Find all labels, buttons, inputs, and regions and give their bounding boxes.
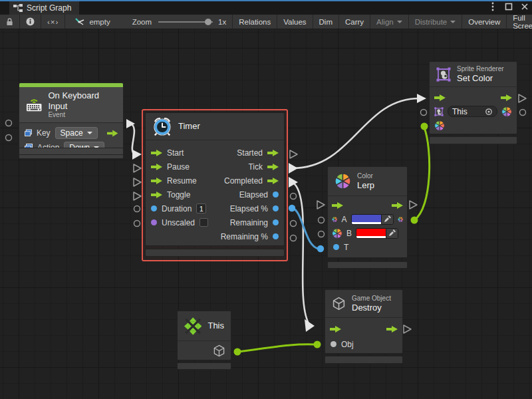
value-port-dot[interactable] bbox=[273, 192, 279, 198]
sprite-renderer-icon[interactable] bbox=[434, 107, 444, 116]
align-button[interactable]: Align bbox=[370, 15, 409, 29]
timer-port-start[interactable]: Start bbox=[146, 146, 213, 160]
flow-output-port[interactable] bbox=[501, 94, 512, 101]
value-port-dot[interactable] bbox=[151, 205, 157, 211]
port-lerp-t[interactable] bbox=[317, 245, 324, 252]
value-port-dot[interactable] bbox=[273, 219, 279, 225]
timer-port-duration[interactable]: Duration 1 bbox=[146, 201, 213, 215]
node-footer[interactable] bbox=[145, 249, 285, 257]
port-setcolor-flow-in[interactable] bbox=[417, 94, 426, 103]
port-keyboard-key[interactable] bbox=[6, 120, 12, 126]
port-lerp-flow-in[interactable] bbox=[317, 201, 325, 209]
window-menu-icon[interactable] bbox=[488, 2, 497, 11]
port-lerp-result[interactable] bbox=[411, 217, 418, 224]
zoom-slider[interactable] bbox=[158, 21, 213, 23]
color-a-field[interactable] bbox=[351, 214, 394, 225]
distribute-button[interactable]: Distribute bbox=[409, 15, 463, 29]
port-timer-completed[interactable] bbox=[289, 177, 298, 188]
port-timer-remaining[interactable] bbox=[291, 221, 297, 227]
fullscreen-button[interactable]: Full Screen bbox=[507, 15, 532, 29]
timer-port-pause[interactable]: Pause bbox=[146, 160, 213, 174]
collapse-ports-button[interactable]: ‹×› bbox=[41, 15, 65, 29]
port-timer-resume[interactable] bbox=[134, 178, 141, 186]
info-button[interactable] bbox=[20, 15, 41, 29]
timer-port-toggle[interactable]: Toggle bbox=[146, 188, 213, 201]
key-dropdown[interactable]: Space bbox=[55, 127, 98, 139]
dim-button[interactable]: Dim bbox=[313, 15, 339, 29]
timer-port-resume[interactable]: Resume bbox=[146, 174, 213, 188]
port-timer-duration[interactable] bbox=[134, 206, 140, 212]
port-timer-elapsed[interactable] bbox=[291, 194, 297, 200]
flow-input-port[interactable] bbox=[151, 150, 162, 156]
port-timer-toggle[interactable] bbox=[134, 192, 141, 200]
wire-this-to-destroy-obj[interactable] bbox=[237, 344, 316, 352]
port-keyboard-trigger-out[interactable] bbox=[126, 119, 135, 128]
port-destroy-flow-in[interactable] bbox=[305, 319, 315, 332]
timer-port-unscaled[interactable]: Unscaled bbox=[146, 215, 213, 229]
timer-port-elapsed-percent[interactable]: Elapsed % bbox=[215, 201, 284, 215]
graph-canvas[interactable]: On Keyboard Input Event Key Space bbox=[0, 29, 532, 399]
node-color-lerp[interactable]: Color Lerp A bbox=[327, 166, 408, 258]
flow-input-port[interactable] bbox=[434, 94, 446, 101]
color-wheel-icon[interactable] bbox=[332, 214, 337, 225]
port-setcolor-target-out[interactable] bbox=[520, 110, 526, 116]
node-footer[interactable] bbox=[325, 356, 403, 364]
wire-completed-to-destroy[interactable] bbox=[293, 182, 309, 323]
wire-lerp-to-setcolor-color[interactable] bbox=[414, 128, 430, 220]
port-timer-pause[interactable] bbox=[134, 164, 141, 172]
timer-port-remaining-percent[interactable]: Remaining % bbox=[215, 229, 284, 243]
node-this[interactable]: This bbox=[177, 311, 231, 360]
flow-output-port[interactable] bbox=[107, 130, 118, 137]
port-setcolor-target[interactable] bbox=[421, 110, 427, 116]
port-this-value[interactable] bbox=[234, 348, 241, 356]
node-set-color[interactable]: Sprite Renderer Set Color bbox=[429, 61, 517, 134]
port-timer-start[interactable] bbox=[132, 150, 142, 160]
wire-tick-to-setcolor[interactable] bbox=[293, 98, 419, 168]
zoom-slider-handle[interactable] bbox=[205, 19, 211, 25]
port-destroy-obj[interactable] bbox=[314, 341, 321, 348]
port-destroy-flow-out[interactable] bbox=[404, 325, 411, 333]
color-wheel-icon[interactable] bbox=[398, 214, 403, 225]
flow-input-port[interactable] bbox=[332, 202, 343, 209]
game-object-icon[interactable] bbox=[213, 344, 225, 357]
port-setcolor-color[interactable] bbox=[421, 123, 428, 130]
color-wheel-icon[interactable] bbox=[332, 228, 342, 239]
unscaled-checkbox[interactable] bbox=[200, 218, 208, 227]
port-lerp-b[interactable] bbox=[319, 231, 325, 237]
timer-port-remaining[interactable]: Remaining bbox=[215, 215, 284, 229]
value-port-dot[interactable] bbox=[151, 219, 157, 225]
maximize-icon[interactable] bbox=[504, 2, 513, 11]
port-lerp-flow-out[interactable] bbox=[410, 201, 417, 209]
flow-output-port[interactable] bbox=[392, 202, 403, 209]
target-object-field[interactable]: This bbox=[448, 106, 497, 117]
timer-port-started[interactable]: Started bbox=[215, 146, 284, 160]
eyedropper-icon[interactable] bbox=[381, 215, 393, 224]
value-port-dot[interactable] bbox=[273, 233, 279, 239]
node-footer[interactable] bbox=[177, 362, 231, 370]
port-timer-started[interactable] bbox=[290, 150, 297, 158]
port-timer-unscaled[interactable] bbox=[134, 221, 140, 227]
lock-button[interactable] bbox=[0, 15, 20, 29]
value-port-dot[interactable] bbox=[273, 205, 279, 211]
port-setcolor-flow-out[interactable] bbox=[519, 94, 526, 102]
timer-port-elapsed[interactable]: Elapsed bbox=[215, 188, 284, 201]
eyedropper-icon[interactable] bbox=[386, 229, 398, 238]
color-b-field[interactable] bbox=[356, 228, 398, 239]
value-port-dot[interactable] bbox=[333, 244, 339, 250]
timer-port-completed[interactable]: Completed bbox=[215, 174, 284, 188]
node-timer[interactable]: Timer Start Pause Resume bbox=[145, 112, 285, 246]
overview-button[interactable]: Overview bbox=[462, 15, 507, 29]
port-timer-remaining-percent[interactable] bbox=[291, 235, 297, 241]
value-port-dot[interactable] bbox=[331, 341, 336, 347]
relations-button[interactable]: Relations bbox=[233, 15, 277, 29]
close-icon[interactable] bbox=[520, 2, 529, 11]
color-wheel-icon[interactable] bbox=[434, 120, 445, 131]
port-timer-tick[interactable] bbox=[289, 163, 298, 174]
tab-script-graph[interactable]: Script Graph bbox=[9, 1, 79, 15]
port-keyboard-action[interactable] bbox=[6, 135, 12, 141]
flow-input-port[interactable] bbox=[330, 326, 341, 332]
wire-elapsed-percent-to-t[interactable] bbox=[293, 208, 319, 249]
node-footer[interactable] bbox=[19, 148, 124, 155]
values-button[interactable]: Values bbox=[277, 15, 313, 29]
timer-port-tick[interactable]: Tick bbox=[215, 160, 284, 174]
